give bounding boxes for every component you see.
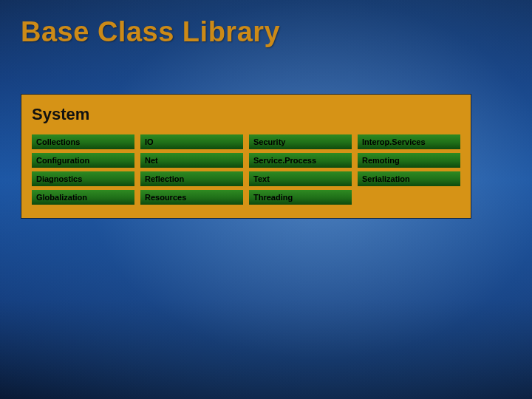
cell-remoting: Remoting [358,153,460,168]
cell-resources: Resources [140,190,243,205]
system-panel: System Collections IO Security Interop.S… [21,94,471,219]
cell-reflection: Reflection [140,171,243,186]
cell-security: Security [249,134,352,149]
slide: Base Class Library System Collections IO… [0,0,532,399]
cell-threading: Threading [249,190,352,205]
cell-net: Net [140,153,243,168]
cell-serialization: Serialization [358,171,460,186]
cell-io: IO [140,134,243,149]
panel-heading: System [32,105,462,124]
cell-interop-services: Interop.Services [358,134,460,149]
cell-globalization: Globalization [32,190,134,205]
cell-service-process: Service.Process [249,153,352,168]
cell-diagnostics: Diagnostics [32,171,134,186]
cell-collections: Collections [32,134,134,149]
cell-configuration: Configuration [32,153,134,168]
cell-empty [358,190,460,205]
slide-title: Base Class Library [21,16,511,48]
cell-text: Text [249,171,352,186]
namespace-grid: Collections IO Security Interop.Services… [29,134,463,205]
